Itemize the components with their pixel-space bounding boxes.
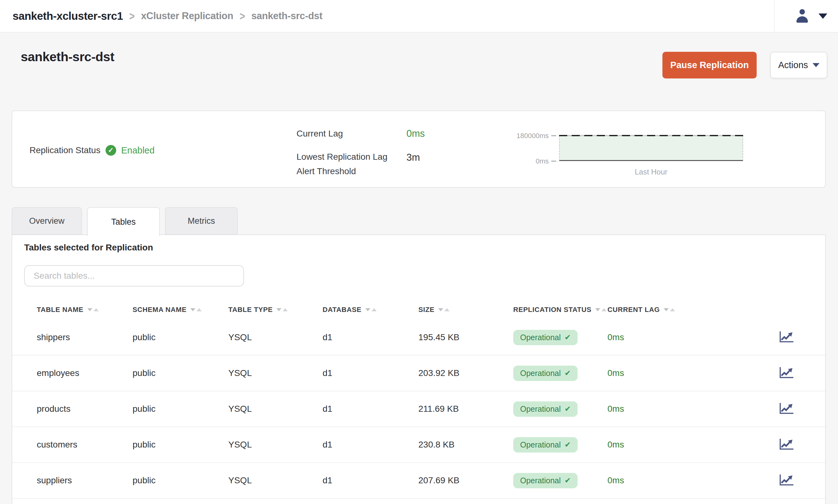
table-row[interactable]: products public YSQL d1 211.69 KB Operat… <box>12 391 825 427</box>
cell-schema-name: public <box>133 368 228 378</box>
chevron-right-icon: > <box>129 10 135 23</box>
cell-table-name: suppliers <box>37 475 133 485</box>
cell-table-name: products <box>37 404 133 414</box>
table-header-row: TABLE NAME SCHEMA NAME TABLE TYPE DATABA… <box>12 300 825 320</box>
cell-current-lag: 0ms <box>608 332 702 342</box>
column-header-table-type[interactable]: TABLE TYPE <box>228 306 322 314</box>
cell-size: 195.45 KB <box>418 332 513 342</box>
cell-replication-status: Operational ✔ <box>513 437 608 452</box>
cell-replication-status: Operational ✔ <box>513 473 608 488</box>
table-row[interactable]: employees public YSQL d1 203.92 KB Opera… <box>12 356 825 391</box>
column-header-table-name[interactable]: TABLE NAME <box>37 306 133 314</box>
tab-tables[interactable]: Tables <box>87 207 160 236</box>
tab-bar: Overview Tables Metrics <box>12 207 238 236</box>
column-header-size[interactable]: SIZE <box>418 306 513 314</box>
sort-icon <box>438 308 450 311</box>
replication-status-row: Replication Status ✓ Enabled <box>30 144 155 157</box>
user-avatar-icon[interactable] <box>793 6 811 25</box>
cell-schema-name: public <box>133 475 228 485</box>
actions-dropdown-button[interactable]: Actions <box>770 52 827 78</box>
cell-table-type: YSQL <box>228 404 322 414</box>
cell-current-lag: 0ms <box>608 368 702 378</box>
replication-status-value: Enabled <box>121 145 155 156</box>
current-lag-value: 0ms <box>406 128 425 139</box>
user-menu[interactable] <box>774 0 827 32</box>
cell-replication-status: Operational ✔ <box>513 330 608 345</box>
tab-metrics[interactable]: Metrics <box>165 207 238 235</box>
table-row[interactable]: customers public YSQL d1 230.8 KB Operat… <box>12 427 825 463</box>
lag-chart-ymax-label: 180000ms <box>502 132 549 140</box>
line-chart-icon <box>778 402 794 415</box>
line-chart-icon <box>778 330 794 344</box>
current-lag-label: Current Lag <box>297 129 343 139</box>
top-header: sanketh-xcluster-src1 > xCluster Replica… <box>0 0 838 33</box>
check-circle-icon: ✓ <box>106 145 116 156</box>
row-metrics-button[interactable] <box>777 329 795 346</box>
cell-replication-status: Operational ✔ <box>513 401 608 417</box>
lag-chart-tick <box>551 161 556 162</box>
status-badge: Operational ✔ <box>513 330 578 345</box>
cell-replication-status: Operational ✔ <box>513 366 608 381</box>
cell-size: 203.92 KB <box>418 368 513 378</box>
sort-icon <box>365 308 377 311</box>
cell-table-name: employees <box>37 368 133 378</box>
cell-table-type: YSQL <box>228 440 322 450</box>
search-input[interactable] <box>24 265 244 287</box>
cell-database: d1 <box>322 440 418 450</box>
sort-icon <box>595 308 607 311</box>
cell-current-lag: 0ms <box>608 440 702 450</box>
column-header-current-lag[interactable]: CURRENT LAG <box>608 306 702 314</box>
cell-table-type: YSQL <box>228 475 322 485</box>
cell-schema-name: public <box>133 404 228 414</box>
check-icon: ✔ <box>564 369 571 378</box>
chevron-down-icon[interactable] <box>819 14 827 19</box>
breadcrumb-xcluster-link[interactable]: xCluster Replication <box>141 10 233 22</box>
lag-chart-ymin-label: 0ms <box>502 157 549 165</box>
line-chart-icon <box>778 366 794 379</box>
cell-size: 207.69 KB <box>418 475 513 485</box>
lag-chart-tick <box>551 135 556 136</box>
check-icon: ✔ <box>564 476 571 485</box>
row-metrics-button[interactable] <box>777 365 795 382</box>
breadcrumb-current: sanketh-src-dst <box>251 10 322 22</box>
cell-size: 230.8 KB <box>418 440 513 450</box>
cell-database: d1 <box>322 404 418 414</box>
line-chart-icon <box>778 473 794 487</box>
cell-table-name: customers <box>37 440 133 450</box>
row-metrics-button[interactable] <box>777 436 795 453</box>
cell-database: d1 <box>322 475 418 485</box>
status-badge: Operational ✔ <box>513 437 578 452</box>
table-row[interactable]: suppliers public YSQL d1 207.69 KB Opera… <box>12 463 825 499</box>
cell-table-type: YSQL <box>228 368 322 378</box>
cell-database: d1 <box>322 332 418 342</box>
sort-icon <box>190 308 202 311</box>
table-row[interactable]: shippers public YSQL d1 195.45 KB Operat… <box>12 320 825 356</box>
table-body: shippers public YSQL d1 195.45 KB Operat… <box>12 320 825 499</box>
cell-size: 211.69 KB <box>418 404 513 414</box>
tables-panel: Tables selected for Replication TABLE NA… <box>12 234 826 504</box>
row-metrics-button[interactable] <box>777 472 795 489</box>
breadcrumb-universe-link[interactable]: sanketh-xcluster-src1 <box>13 10 123 22</box>
column-header-replication-status[interactable]: REPLICATION STATUS <box>513 306 608 314</box>
actions-label: Actions <box>778 60 808 70</box>
cell-schema-name: public <box>133 440 228 450</box>
status-badge: Operational ✔ <box>513 366 578 381</box>
cell-current-lag: 0ms <box>608 475 702 485</box>
line-chart-icon <box>778 438 794 451</box>
chevron-down-icon <box>813 63 819 67</box>
check-icon: ✔ <box>564 440 571 449</box>
panel-heading: Tables selected for Replication <box>24 242 153 253</box>
lag-threshold-value: 3m <box>406 152 420 163</box>
cell-current-lag: 0ms <box>608 404 702 414</box>
lag-threshold-dashed-line <box>559 135 743 136</box>
chevron-right-icon: > <box>240 10 245 23</box>
page-title: sanketh-src-dst <box>21 50 114 64</box>
status-badge: Operational ✔ <box>513 401 578 417</box>
column-header-schema-name[interactable]: SCHEMA NAME <box>133 306 228 314</box>
column-header-database[interactable]: DATABASE <box>322 306 418 314</box>
sort-icon <box>276 308 288 311</box>
pause-replication-button[interactable]: Pause Replication <box>662 52 757 78</box>
row-metrics-button[interactable] <box>777 401 795 417</box>
tab-overview[interactable]: Overview <box>12 207 82 235</box>
cell-schema-name: public <box>133 332 228 342</box>
